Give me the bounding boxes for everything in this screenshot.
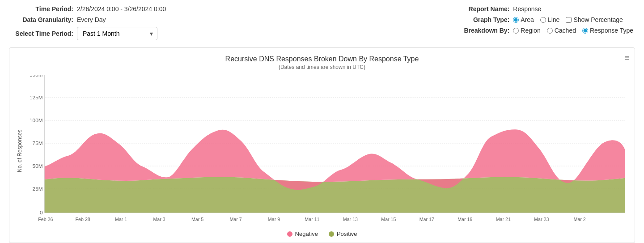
- graph-type-area-radio[interactable]: [513, 17, 519, 23]
- svg-text:Mar 3: Mar 3: [153, 217, 165, 222]
- svg-text:0: 0: [40, 209, 43, 215]
- svg-text:Mar 17: Mar 17: [419, 217, 434, 222]
- svg-text:Mar 11: Mar 11: [305, 217, 319, 222]
- y-axis-label: No. of Responses: [17, 75, 23, 227]
- svg-text:150M: 150M: [30, 75, 42, 77]
- legend-negative-dot: [287, 231, 292, 237]
- time-period-select[interactable]: Past 1 Month Past 3 Months Past 6 Months…: [77, 27, 157, 40]
- breakdown-cached-label: Cached: [555, 27, 576, 34]
- svg-text:125M: 125M: [30, 94, 42, 100]
- time-period-select-wrapper: Past 1 Month Past 3 Months Past 6 Months…: [77, 27, 157, 40]
- positive-area: [45, 177, 625, 213]
- svg-text:Mar 9: Mar 9: [268, 217, 280, 222]
- graph-type-group: Area Line Show Percentage: [513, 16, 623, 23]
- svg-text:Mar 13: Mar 13: [343, 217, 358, 222]
- legend-negative: Negative: [287, 230, 318, 237]
- time-period-value: 2/26/2024 0:00 - 3/26/2024 0:00: [77, 5, 166, 13]
- data-granularity-label: Data Granularity:: [11, 16, 73, 23]
- breakdown-cached-option[interactable]: Cached: [547, 27, 576, 34]
- chart-legend: Negative Positive: [17, 230, 627, 237]
- graph-type-line-label: Line: [548, 16, 559, 23]
- data-granularity-value: Every Day: [77, 16, 106, 23]
- graph-type-area-label: Area: [521, 16, 534, 23]
- hamburger-button[interactable]: ≡: [624, 53, 629, 63]
- svg-text:100M: 100M: [30, 117, 42, 123]
- svg-text:Mar 15: Mar 15: [381, 217, 396, 222]
- report-name-value: Response: [513, 5, 541, 13]
- svg-text:Mar 21: Mar 21: [496, 217, 511, 222]
- svg-text:Mar 23: Mar 23: [534, 217, 549, 222]
- legend-positive-dot: [329, 231, 334, 237]
- svg-text:Mar 5: Mar 5: [191, 217, 203, 222]
- breakdown-region-label: Region: [521, 27, 540, 34]
- svg-text:Mar 1: Mar 1: [115, 217, 127, 222]
- breakdown-by-label: Breakdown By:: [447, 27, 509, 34]
- graph-type-line-radio[interactable]: [540, 17, 546, 23]
- breakdown-region-radio[interactable]: [513, 28, 519, 34]
- breakdown-group: Region Cached Response Type: [513, 27, 633, 34]
- breakdown-cached-radio[interactable]: [547, 28, 553, 34]
- show-percentage-label: Show Percentage: [573, 16, 623, 23]
- time-period-label: Time Period:: [11, 5, 73, 13]
- svg-text:Feb 26: Feb 26: [38, 217, 53, 222]
- svg-text:25M: 25M: [33, 186, 43, 192]
- legend-negative-label: Negative: [295, 230, 318, 237]
- legend-positive: Positive: [329, 230, 357, 237]
- svg-text:Mar 7: Mar 7: [229, 217, 242, 222]
- graph-type-label: Graph Type:: [447, 16, 509, 23]
- chart-inner: 0 25M 50M 75M 100M 125M 150M Feb 26 Feb …: [25, 75, 627, 227]
- chart-area: No. of Responses 0 25M 50M 75M 100M 125M: [17, 75, 627, 227]
- breakdown-response-type-radio[interactable]: [582, 28, 588, 34]
- legend-positive-label: Positive: [337, 230, 357, 237]
- show-percentage-checkbox[interactable]: [566, 17, 572, 23]
- breakdown-region-option[interactable]: Region: [513, 27, 540, 34]
- report-name-label: Report Name:: [447, 5, 509, 13]
- chart-title: Recursive DNS Responses Broken Down By R…: [17, 55, 627, 63]
- svg-text:Mar 19: Mar 19: [458, 217, 472, 222]
- chart-subtitle: (Dates and times are shown in UTC): [17, 64, 627, 70]
- svg-text:Feb 28: Feb 28: [76, 217, 90, 222]
- svg-text:Mar 2: Mar 2: [574, 217, 586, 222]
- select-time-period-label: Select Time Period:: [11, 30, 73, 37]
- breakdown-response-type-label: Response Type: [590, 27, 633, 34]
- graph-type-line-option[interactable]: Line: [540, 16, 559, 23]
- breakdown-response-type-option[interactable]: Response Type: [582, 27, 633, 34]
- svg-text:50M: 50M: [33, 163, 43, 169]
- svg-text:75M: 75M: [33, 140, 43, 146]
- chart-container: ≡ Recursive DNS Responses Broken Down By…: [9, 47, 635, 243]
- graph-type-area-option[interactable]: Area: [513, 16, 534, 23]
- show-percentage-option[interactable]: Show Percentage: [566, 16, 623, 23]
- chart-svg: 0 25M 50M 75M 100M 125M 150M Feb 26 Feb …: [25, 75, 627, 227]
